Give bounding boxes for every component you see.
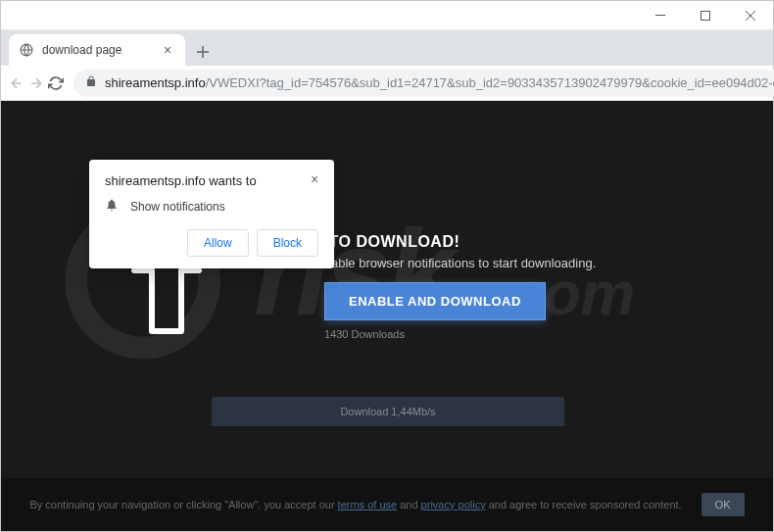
- cookie-text: By continuing your navigation or clickin…: [29, 497, 681, 513]
- window-titlebar: [1, 1, 773, 30]
- address-bar[interactable]: shireamentsp.info/VWEDXI?tag_id=754576&s…: [73, 70, 774, 97]
- tab-title: download page: [42, 43, 152, 57]
- reload-button[interactable]: [48, 70, 64, 97]
- privacy-link[interactable]: privacy policy: [421, 499, 486, 510]
- maximize-button[interactable]: [683, 1, 728, 30]
- allow-button[interactable]: Allow: [187, 229, 249, 257]
- block-button[interactable]: Block: [257, 229, 318, 257]
- cookie-ok-button[interactable]: OK: [701, 493, 745, 516]
- close-tab-icon[interactable]: ×: [160, 42, 175, 58]
- minimize-button[interactable]: [638, 1, 683, 30]
- new-tab-button[interactable]: [189, 38, 217, 66]
- close-window-button[interactable]: [728, 1, 773, 30]
- downloads-count: 1430 Downloads: [324, 328, 405, 340]
- svg-rect-1: [701, 11, 710, 20]
- bell-icon: [105, 198, 119, 216]
- notification-permission-popup: × shireamentsp.info wants to Show notifi…: [89, 160, 334, 268]
- svg-rect-0: [655, 15, 665, 16]
- enable-download-button[interactable]: ENABLE AND DOWNLOAD: [324, 282, 546, 320]
- lock-icon: [85, 74, 97, 92]
- close-popup-icon[interactable]: ×: [307, 171, 322, 187]
- tab-bar: download page ×: [1, 30, 773, 66]
- page-content: risk .com PREPARE TO DOWNLOAD! You need …: [1, 101, 773, 531]
- back-button[interactable]: [9, 70, 24, 97]
- url-text: shireamentsp.info/VWEDXI?tag_id=754576&s…: [105, 75, 774, 90]
- notification-title: shireamentsp.info wants to: [105, 173, 318, 188]
- download-speed-bar[interactable]: Download 1,44Mb/s: [212, 397, 564, 426]
- forward-button[interactable]: [28, 70, 44, 97]
- globe-icon: [19, 42, 34, 58]
- terms-link[interactable]: terms of use: [338, 499, 398, 510]
- notification-label: Show notifications: [130, 200, 225, 214]
- cookie-banner: By continuing your navigation or clickin…: [1, 478, 773, 531]
- browser-tab[interactable]: download page ×: [9, 34, 185, 66]
- browser-toolbar: shireamentsp.info/VWEDXI?tag_id=754576&s…: [1, 66, 773, 101]
